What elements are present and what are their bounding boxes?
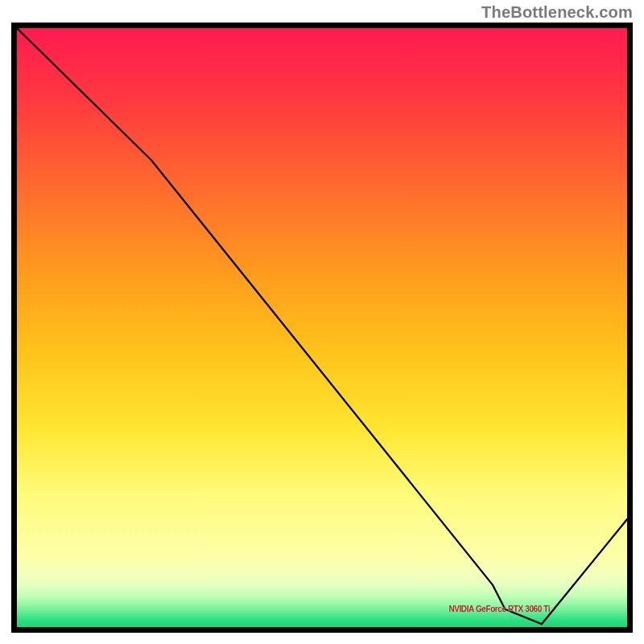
watermark-text: TheBottleneck.com xyxy=(481,3,633,22)
bottleneck-curve-svg xyxy=(17,28,627,627)
gpu-marker-label: NVIDIA GeForce RTX 3060 Ti xyxy=(448,605,550,613)
bottleneck-curve-path xyxy=(17,28,627,624)
chart-plot-area: NVIDIA GeForce RTX 3060 Ti xyxy=(17,28,627,627)
